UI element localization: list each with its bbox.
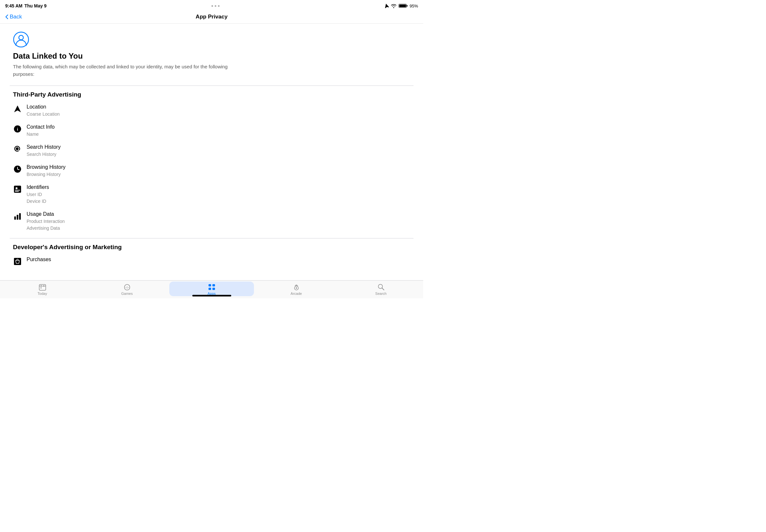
back-label: Back bbox=[10, 14, 22, 20]
location-sub: Coarse Location bbox=[27, 111, 60, 118]
section-third-party: Third-Party Advertising Location Coarse … bbox=[10, 91, 413, 232]
svg-point-12 bbox=[16, 187, 17, 189]
back-chevron-icon bbox=[5, 14, 8, 19]
nav-bar: Back App Privacy bbox=[0, 12, 423, 24]
svg-text:i: i bbox=[17, 127, 18, 132]
svg-rect-22 bbox=[43, 285, 44, 287]
purchases-icon bbox=[13, 257, 22, 266]
today-icon bbox=[39, 283, 46, 291]
usage-data-label: Usage Data bbox=[27, 211, 65, 217]
location-icon bbox=[13, 104, 22, 113]
location-label: Location bbox=[27, 104, 60, 110]
item-contact: i Contact Info Name bbox=[10, 124, 413, 138]
svg-rect-13 bbox=[15, 190, 20, 191]
identifiers-label: Identifiers bbox=[27, 184, 49, 190]
svg-point-33 bbox=[296, 287, 297, 289]
svg-line-36 bbox=[382, 288, 384, 290]
back-button[interactable]: Back bbox=[5, 14, 22, 20]
battery-icon bbox=[399, 4, 408, 8]
home-indicator bbox=[192, 295, 231, 296]
tab-games[interactable]: Games bbox=[85, 282, 169, 296]
tab-games-label: Games bbox=[121, 292, 133, 295]
games-icon bbox=[123, 283, 131, 291]
search-tab-icon bbox=[377, 283, 385, 291]
status-right: 95% bbox=[384, 4, 418, 8]
item-identifiers: Identifiers User ID Device ID bbox=[10, 184, 413, 205]
search-history-icon bbox=[13, 145, 22, 154]
tab-search-label: Search bbox=[375, 292, 387, 295]
browsing-history-sub: Browsing History bbox=[27, 171, 65, 178]
status-time: 9:45 AM bbox=[5, 3, 22, 8]
header-section: Data Linked to You The following data, w… bbox=[10, 31, 413, 78]
item-browsing-history: Browsing History Browsing History bbox=[10, 164, 413, 178]
contact-sub: Name bbox=[27, 131, 54, 138]
tab-arcade[interactable]: Arcade bbox=[254, 282, 339, 296]
svg-rect-28 bbox=[209, 284, 211, 286]
main-content: Data Linked to You The following data, w… bbox=[0, 24, 423, 275]
divider-1 bbox=[10, 86, 413, 86]
dot2 bbox=[215, 5, 216, 7]
header-title: Data Linked to You bbox=[13, 52, 83, 61]
tab-today-label: Today bbox=[38, 292, 47, 295]
apps-icon bbox=[208, 283, 216, 291]
item-location: Location Coarse Location bbox=[10, 104, 413, 118]
location-status-icon bbox=[384, 4, 389, 8]
svg-rect-23 bbox=[41, 287, 41, 288]
tab-arcade-label: Arcade bbox=[291, 292, 302, 295]
arcade-icon bbox=[293, 283, 300, 291]
svg-rect-17 bbox=[19, 213, 21, 220]
identifiers-sub: User ID Device ID bbox=[27, 191, 49, 205]
item-purchases: Purchases bbox=[10, 257, 413, 266]
identifiers-icon bbox=[13, 185, 22, 194]
wifi-icon bbox=[391, 4, 397, 8]
svg-rect-29 bbox=[213, 284, 215, 286]
svg-rect-19 bbox=[39, 284, 46, 290]
usage-data-sub: Product Interaction Advertising Data bbox=[27, 218, 65, 232]
svg-point-24 bbox=[125, 287, 126, 288]
status-center bbox=[212, 5, 220, 7]
status-date: Thu May 9 bbox=[24, 3, 46, 8]
contact-label: Contact Info bbox=[27, 124, 54, 130]
section-title-third-party: Third-Party Advertising bbox=[10, 91, 413, 98]
svg-line-9 bbox=[19, 150, 20, 152]
svg-rect-30 bbox=[209, 288, 211, 290]
tab-search[interactable]: Search bbox=[339, 282, 423, 296]
svg-rect-16 bbox=[17, 215, 18, 220]
section-title-dev: Developer's Advertising or Marketing bbox=[10, 244, 413, 251]
status-bar: 9:45 AM Thu May 9 95% bbox=[0, 0, 423, 12]
header-description: The following data, which may be collect… bbox=[13, 63, 240, 78]
item-search-history: Search History Search History bbox=[10, 144, 413, 158]
svg-rect-1 bbox=[399, 5, 406, 7]
dot3 bbox=[218, 5, 220, 7]
svg-point-25 bbox=[127, 287, 127, 287]
nav-title: App Privacy bbox=[196, 14, 227, 20]
svg-rect-21 bbox=[41, 285, 41, 287]
contact-info-icon: i bbox=[13, 124, 22, 133]
purchases-label: Purchases bbox=[27, 257, 51, 262]
usage-data-icon bbox=[13, 212, 22, 221]
tab-today[interactable]: Today bbox=[0, 282, 85, 296]
svg-point-4 bbox=[19, 35, 23, 40]
item-usage-data: Usage Data Product Interaction Advertisi… bbox=[10, 211, 413, 232]
avatar-icon bbox=[13, 31, 29, 48]
svg-point-26 bbox=[128, 287, 128, 288]
svg-rect-14 bbox=[15, 191, 19, 192]
svg-point-27 bbox=[127, 288, 127, 289]
svg-rect-31 bbox=[213, 288, 215, 290]
battery-level: 95% bbox=[410, 4, 418, 8]
dot1 bbox=[212, 5, 213, 7]
browsing-history-label: Browsing History bbox=[27, 164, 65, 170]
svg-rect-2 bbox=[407, 5, 408, 7]
tab-apps[interactable]: Apps bbox=[169, 282, 254, 296]
divider-2 bbox=[10, 238, 413, 238]
browsing-history-icon bbox=[13, 165, 22, 174]
svg-rect-15 bbox=[14, 216, 16, 220]
search-history-sub: Search History bbox=[27, 151, 61, 158]
search-history-label: Search History bbox=[27, 144, 61, 150]
section-dev-advertising: Developer's Advertising or Marketing Pur… bbox=[10, 244, 413, 266]
